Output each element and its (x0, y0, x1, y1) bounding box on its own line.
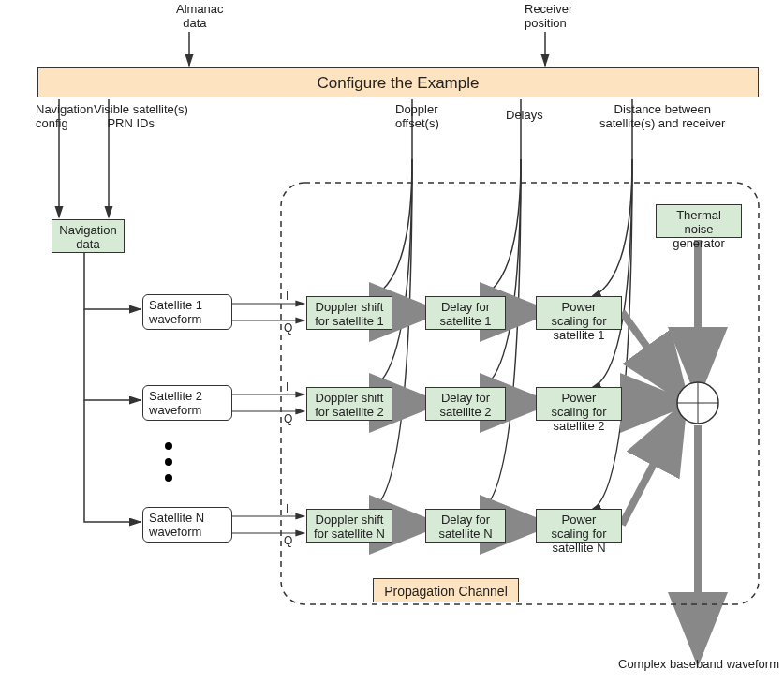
sat1-waveform: Satellite 1 waveform (142, 294, 232, 330)
sat2-waveform: Satellite 2 waveform (142, 385, 232, 421)
iq-q-2: Q (284, 412, 292, 425)
configure-box: Configure the Example (37, 67, 759, 97)
doppler-block-N: Doppler shift for satellite N (306, 509, 392, 543)
delay-block-1: Delay for satellite 1 (425, 296, 506, 330)
doppler-block-1: Doppler shift for satellite 1 (306, 296, 392, 330)
power-block-1: Power scaling for satellite 1 (536, 296, 622, 330)
svg-line-18 (622, 419, 677, 525)
power-block-N: Power scaling for satellite N (536, 509, 622, 543)
iq-i-N: I (286, 502, 288, 515)
visible-prn-label: Visible satellite(s) PRN IDs (94, 103, 188, 131)
svg-point-26 (165, 458, 172, 466)
iq-q-N: Q (284, 534, 292, 547)
almanac-label: Almanac data (176, 3, 224, 31)
thermal-noise-block: Thermal noise generator (656, 204, 742, 238)
sum-node-icon (677, 382, 718, 424)
propagation-channel-label: Propagation Channel (373, 578, 519, 602)
svg-line-16 (622, 312, 677, 389)
delay-block-2: Delay for satellite 2 (425, 387, 506, 421)
delays-out-label: Delays (506, 109, 543, 123)
distance-out-label: Distance between satellite(s) and receiv… (599, 103, 725, 131)
doppler-block-2: Doppler shift for satellite 2 (306, 387, 392, 421)
iq-q-1: Q (284, 321, 292, 335)
svg-point-27 (165, 474, 172, 482)
satN-waveform: Satellite N waveform (142, 507, 232, 543)
output-label: Complex baseband waveform (618, 658, 779, 672)
nav-data-block: Navigation data (52, 219, 125, 253)
power-block-2: Power scaling for satellite 2 (536, 387, 622, 421)
iq-i-2: I (286, 380, 288, 394)
nav-config-label: Navigation config (36, 103, 93, 131)
iq-i-1: I (286, 290, 288, 303)
svg-point-25 (165, 442, 172, 450)
delay-block-N: Delay for satellite N (425, 509, 506, 543)
receiver-label: Receiver position (525, 3, 572, 31)
doppler-out-label: Doppler offset(s) (395, 103, 439, 131)
